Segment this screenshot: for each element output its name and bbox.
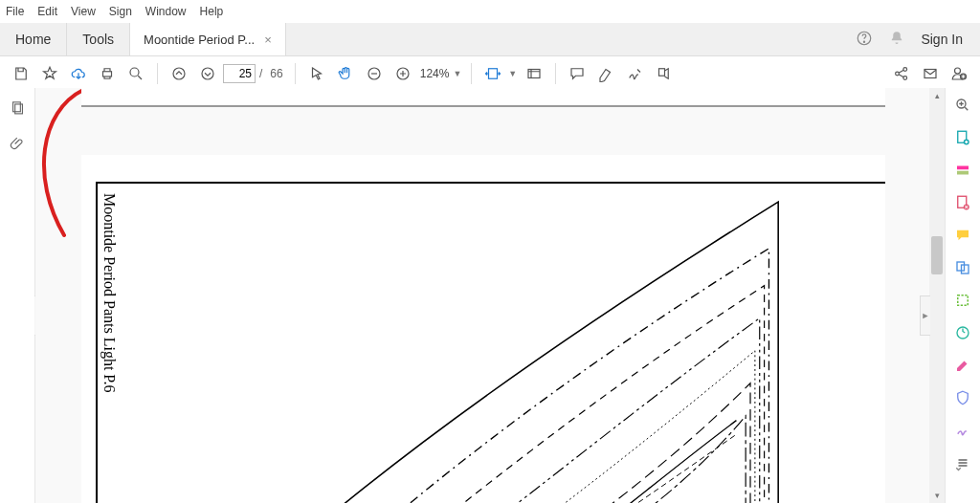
svg-rect-23 xyxy=(957,171,969,175)
comment-tool-icon[interactable] xyxy=(953,226,972,245)
vertical-scrollbar[interactable]: ▴ ▾ xyxy=(929,88,945,503)
fit-width-icon[interactable] xyxy=(479,60,506,87)
right-sidebar xyxy=(945,88,980,503)
svg-rect-28 xyxy=(958,295,969,306)
left-sidebar xyxy=(0,88,35,503)
tab-tools[interactable]: Tools xyxy=(67,23,130,55)
fill-sign-icon[interactable] xyxy=(953,421,972,440)
svg-rect-22 xyxy=(957,166,969,170)
select-tool-icon[interactable] xyxy=(303,60,330,87)
zoom-out-icon[interactable] xyxy=(361,60,388,87)
hand-tool-icon[interactable] xyxy=(332,60,359,87)
document-area: ◄ Moontide Period Pants Light P.6 ▴ ▾ xyxy=(0,88,980,503)
compress-icon[interactable] xyxy=(953,323,972,342)
tab-document[interactable]: Moontide Period P... × xyxy=(130,23,286,55)
thumbnails-icon[interactable] xyxy=(10,99,26,119)
protect-icon[interactable] xyxy=(953,388,972,407)
page-down-icon[interactable] xyxy=(194,60,221,87)
more-tools-icon[interactable] xyxy=(953,453,972,472)
search-tool-icon[interactable] xyxy=(953,96,972,115)
highlight-icon[interactable] xyxy=(592,60,619,87)
page-previous-edge xyxy=(81,88,885,107)
cloud-icon[interactable] xyxy=(65,60,92,87)
svg-point-4 xyxy=(173,68,185,79)
save-icon[interactable] xyxy=(8,60,34,87)
share-icon[interactable] xyxy=(888,60,915,87)
attachments-icon[interactable] xyxy=(10,136,26,155)
redact-icon[interactable] xyxy=(953,356,972,375)
account-icon[interactable] xyxy=(946,60,972,87)
svg-rect-26 xyxy=(957,262,965,271)
bell-icon[interactable] xyxy=(888,30,905,50)
svg-rect-27 xyxy=(962,265,969,273)
sewing-pattern xyxy=(215,174,885,503)
menu-edit[interactable]: Edit xyxy=(37,5,57,18)
stamp-icon[interactable] xyxy=(650,60,677,87)
toolbar: / 66 124% ▼ ▼ xyxy=(0,56,980,92)
sign-in-button[interactable]: Sign In xyxy=(921,32,963,47)
page-separator: / xyxy=(259,67,262,80)
menu-view[interactable]: View xyxy=(71,5,96,18)
zoom-dropdown-icon[interactable]: ▼ xyxy=(453,69,461,78)
svg-point-1 xyxy=(864,41,865,42)
svg-rect-2 xyxy=(103,72,112,77)
svg-rect-8 xyxy=(489,69,498,79)
create-pdf-icon[interactable] xyxy=(953,161,972,180)
star-icon[interactable] xyxy=(36,60,63,87)
comment-icon[interactable] xyxy=(564,60,590,87)
read-mode-icon[interactable] xyxy=(521,60,547,87)
search-icon[interactable] xyxy=(122,60,149,87)
page-content: Moontide Period Pants Light P.6 xyxy=(81,155,885,503)
tab-document-label: Moontide Period P... xyxy=(144,33,255,47)
menu-bar: File Edit View Sign Window Help xyxy=(0,0,980,23)
menu-window[interactable]: Window xyxy=(145,5,187,18)
scroll-thumb[interactable] xyxy=(931,236,943,274)
edit-pdf-icon[interactable] xyxy=(953,193,972,212)
page-number-input[interactable] xyxy=(223,64,256,83)
svg-point-15 xyxy=(955,68,961,74)
export-pdf-icon[interactable] xyxy=(953,128,972,147)
help-icon[interactable] xyxy=(856,30,873,50)
page-canvas[interactable]: Moontide Period Pants Light P.6 xyxy=(35,88,929,503)
menu-sign[interactable]: Sign xyxy=(109,5,132,18)
organize-icon[interactable] xyxy=(953,291,972,310)
zoom-level[interactable]: 124% xyxy=(420,67,450,80)
page-title: Moontide Period Pants Light P.6 xyxy=(100,193,118,392)
svg-point-5 xyxy=(202,68,213,79)
right-panel-toggle[interactable]: ► xyxy=(920,295,930,336)
fit-dropdown-icon[interactable]: ▼ xyxy=(508,69,517,78)
header-right: Sign In xyxy=(856,23,980,55)
menu-file[interactable]: File xyxy=(6,5,24,18)
svg-point-3 xyxy=(130,68,139,77)
tab-close-icon[interactable]: × xyxy=(264,33,272,47)
menu-help[interactable]: Help xyxy=(200,5,224,18)
sign-icon[interactable] xyxy=(621,60,648,87)
combine-icon[interactable] xyxy=(953,258,972,277)
email-icon[interactable] xyxy=(917,60,944,87)
svg-rect-10 xyxy=(659,69,665,77)
svg-rect-17 xyxy=(12,102,20,112)
svg-rect-9 xyxy=(528,70,540,78)
zoom-in-icon[interactable] xyxy=(390,60,416,87)
svg-rect-18 xyxy=(14,104,22,114)
tab-home[interactable]: Home xyxy=(0,23,67,55)
print-icon[interactable] xyxy=(94,60,121,87)
page-up-icon[interactable] xyxy=(166,60,192,87)
scroll-down-icon[interactable]: ▾ xyxy=(929,488,945,503)
scroll-up-icon[interactable]: ▴ xyxy=(929,88,945,103)
tab-bar: Home Tools Moontide Period P... × Sign I… xyxy=(0,23,980,56)
page-total: 66 xyxy=(270,67,282,80)
